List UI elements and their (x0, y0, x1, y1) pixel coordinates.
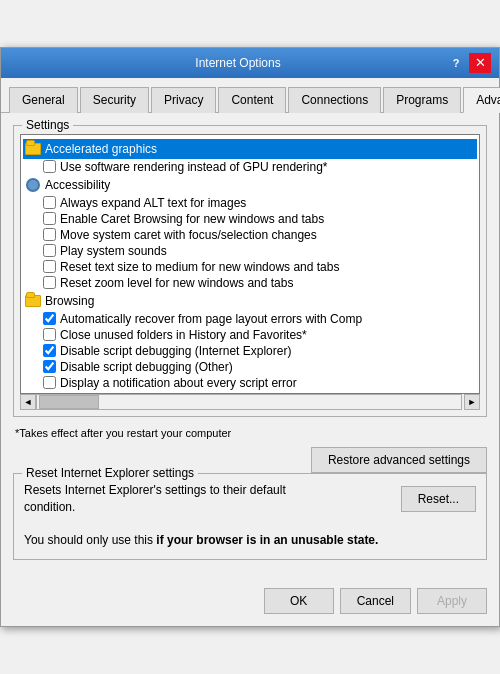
checkbox-reset-text[interactable]: Reset text size to medium for new window… (23, 259, 477, 275)
bottom-buttons: OK Cancel Apply (1, 580, 499, 626)
checkbox-display-notification-input[interactable] (43, 376, 56, 389)
checkbox-caret-browsing-input[interactable] (43, 212, 56, 225)
checkbox-move-caret[interactable]: Move system caret with focus/selection c… (23, 227, 477, 243)
horizontal-scrollbar-area: ◄ ► (20, 394, 480, 410)
checkbox-reset-text-input[interactable] (43, 260, 56, 273)
checkbox-reset-zoom-input[interactable] (43, 276, 56, 289)
checkbox-disable-debug-other[interactable]: Disable script debugging (Other) (23, 359, 477, 375)
checkbox-software-rendering-input[interactable] (43, 160, 56, 173)
category-accelerated-graphics[interactable]: Accelerated graphics (23, 139, 477, 159)
tab-connections[interactable]: Connections (288, 87, 381, 113)
checkbox-caret-browsing[interactable]: Enable Caret Browsing for new windows an… (23, 211, 477, 227)
settings-section: Settings Accelerated graphics Use softwa… (13, 125, 487, 417)
checkbox-alt-text[interactable]: Always expand ALT text for images (23, 195, 477, 211)
tab-security[interactable]: Security (80, 87, 149, 113)
checkbox-play-sounds[interactable]: Play system sounds (23, 243, 477, 259)
gear-icon (25, 177, 41, 193)
settings-list[interactable]: Accelerated graphics Use software render… (20, 134, 480, 394)
reset-inner: Resets Internet Explorer's settings to t… (24, 482, 476, 549)
help-button[interactable]: ? (445, 53, 467, 73)
checkbox-reset-zoom[interactable]: Reset zoom level for new windows and tab… (23, 275, 477, 291)
cancel-button[interactable]: Cancel (340, 588, 411, 614)
restart-note: *Takes effect after you restart your com… (13, 427, 487, 439)
internet-options-window: Internet Options ? ✕ General Security Pr… (0, 47, 500, 627)
settings-section-label: Settings (22, 118, 73, 132)
reset-section-label: Reset Internet Explorer settings (22, 466, 198, 480)
category-browsing[interactable]: Browsing (23, 291, 477, 311)
checkbox-play-sounds-input[interactable] (43, 244, 56, 257)
tab-privacy[interactable]: Privacy (151, 87, 216, 113)
title-bar: Internet Options ? ✕ (1, 48, 499, 78)
checkbox-close-folders[interactable]: Close unused folders in History and Favo… (23, 327, 477, 343)
restore-advanced-settings-button[interactable]: Restore advanced settings (311, 447, 487, 473)
ok-button[interactable]: OK (264, 588, 334, 614)
checkbox-disable-debug-ie[interactable]: Disable script debugging (Internet Explo… (23, 343, 477, 359)
checkbox-auto-recover[interactable]: Automatically recover from page layout e… (23, 311, 477, 327)
checkbox-disable-debug-other-input[interactable] (43, 360, 56, 373)
checkbox-software-rendering[interactable]: Use software rendering instead of GPU re… (23, 159, 477, 175)
reset-description: Resets Internet Explorer's settings to t… (24, 482, 391, 549)
tab-content[interactable]: Content (218, 87, 286, 113)
category-label-browsing: Browsing (45, 294, 94, 308)
scroll-right-button[interactable]: ► (464, 394, 480, 410)
horizontal-scrollbar-thumb[interactable] (39, 395, 99, 409)
category-label: Accessibility (45, 178, 110, 192)
horizontal-scrollbar-track[interactable] (36, 394, 462, 410)
reset-button-container: Reset... (401, 482, 476, 512)
reset-button[interactable]: Reset... (401, 486, 476, 512)
window-title: Internet Options (31, 56, 445, 70)
category-label: Accelerated graphics (45, 142, 157, 156)
tab-general[interactable]: General (9, 87, 78, 113)
tab-programs[interactable]: Programs (383, 87, 461, 113)
checkbox-alt-text-input[interactable] (43, 196, 56, 209)
apply-button[interactable]: Apply (417, 588, 487, 614)
folder-icon (25, 141, 41, 157)
checkbox-display-notification[interactable]: Display a notification about every scrip… (23, 375, 477, 391)
close-button[interactable]: ✕ (469, 53, 491, 73)
checkbox-auto-recover-input[interactable] (43, 312, 56, 325)
tabs-row: General Security Privacy Content Connect… (1, 78, 499, 113)
category-accessibility[interactable]: Accessibility (23, 175, 477, 195)
reset-warning-bold: if your browser is in an unusable state. (156, 533, 378, 547)
title-bar-buttons: ? ✕ (445, 53, 491, 73)
reset-section: Reset Internet Explorer settings Resets … (13, 473, 487, 560)
tab-advanced[interactable]: Advanced (463, 87, 500, 113)
content-area: Settings Accelerated graphics Use softwa… (1, 113, 499, 580)
folder-icon-browsing (25, 293, 41, 309)
scroll-left-button[interactable]: ◄ (20, 394, 36, 410)
checkbox-disable-debug-ie-input[interactable] (43, 344, 56, 357)
checkbox-move-caret-input[interactable] (43, 228, 56, 241)
checkbox-close-folders-input[interactable] (43, 328, 56, 341)
